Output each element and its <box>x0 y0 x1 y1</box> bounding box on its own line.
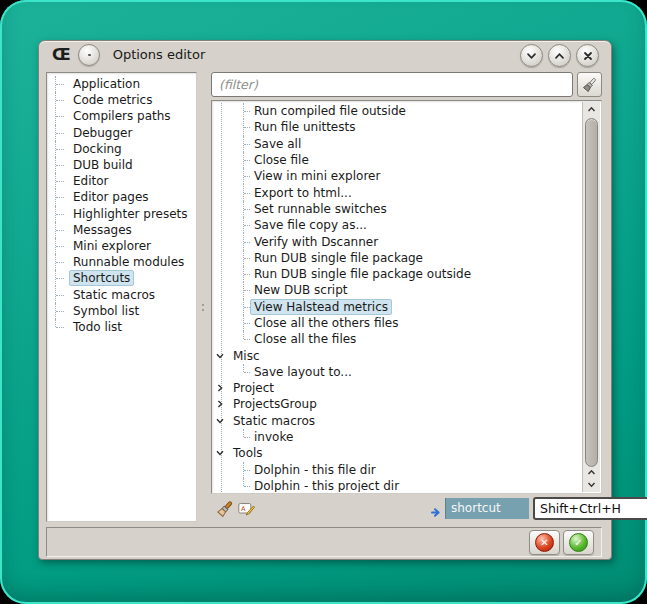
sidebar-item-static-macros[interactable]: Static macros <box>47 286 196 302</box>
scrollbar-thumb[interactable] <box>585 118 598 467</box>
sidebar-item-docking[interactable]: Docking <box>47 141 196 157</box>
tree-item-label: Dolphin - this project dir <box>250 478 403 492</box>
scrollbar-down-button[interactable] <box>583 478 600 491</box>
cancel-icon: ✕ <box>535 533 554 552</box>
sidebar-item-application[interactable]: Application <box>47 76 196 92</box>
tree-item-set-runnable-switches[interactable]: Set runnable switches <box>213 201 583 217</box>
expander[interactable] <box>215 383 225 393</box>
tree-item-save-all[interactable]: Save all <box>213 136 583 152</box>
tree-scrollbar[interactable] <box>582 102 600 492</box>
chevron-right-icon[interactable] <box>215 399 225 409</box>
sidebar-item-label: Shortcuts <box>69 270 134 286</box>
statusbar: ✕ ✓ <box>46 527 602 557</box>
chevron-down-icon[interactable] <box>215 351 225 361</box>
edit-shortcut-button[interactable]: A <box>238 501 255 521</box>
tree-item-label: View in mini explorer <box>250 168 384 184</box>
sidebar-item-shortcuts[interactable]: Shortcuts <box>47 270 196 286</box>
splitter-grip-icon <box>202 304 205 314</box>
minimize-button[interactable] <box>520 44 543 67</box>
shortcut-value: Shift+Ctrl+H <box>540 501 621 516</box>
sidebar-item-mini-explorer[interactable]: Mini explorer <box>47 238 196 254</box>
tree-item-close-file[interactable]: Close file <box>213 152 583 168</box>
sidebar-item-runnable-modules[interactable]: Runnable modules <box>47 254 196 270</box>
chevron-right-icon[interactable] <box>215 383 225 393</box>
sidebar-item-compilers-paths[interactable]: Compilers paths <box>47 108 196 124</box>
splitter[interactable] <box>197 72 211 522</box>
accept-icon: ✓ <box>569 533 588 552</box>
close-button[interactable] <box>576 44 599 67</box>
clear-filter-button[interactable] <box>577 72 602 97</box>
sidebar-item-label: Messages <box>69 222 136 238</box>
chevron-down-icon[interactable] <box>215 416 225 426</box>
chevron-down-icon[interactable] <box>215 448 225 458</box>
tree-item-projectsgroup[interactable]: ProjectsGroup <box>213 396 583 412</box>
sidebar-item-highlighter-presets[interactable]: Highlighter presets <box>47 206 196 222</box>
tree-item-view-in-mini-explorer[interactable]: View in mini explorer <box>213 168 583 184</box>
chevron-down-icon <box>587 481 596 488</box>
sidebar-item-label: Mini explorer <box>69 238 155 254</box>
tree-item-label: Static macros <box>229 413 319 429</box>
tree-item-run-compiled-file-outside[interactable]: Run compiled file outside <box>213 103 583 119</box>
tree-item-new-dub-script[interactable]: New DUB script <box>213 282 583 298</box>
sidebar-item-label: Editor <box>69 173 113 189</box>
tree-item-label: Project <box>229 380 278 396</box>
tree-item-view-halstead-metrics[interactable]: View Halstead metrics <box>213 299 583 315</box>
sidebar-item-symbol-list[interactable]: Symbol list <box>47 303 196 319</box>
tree-item-label: Save file copy as... <box>250 217 371 233</box>
category-sidebar[interactable]: ApplicationCode metricsCompilers pathsDe… <box>46 72 197 522</box>
sidebar-item-label: Code metrics <box>69 92 156 108</box>
cancel-button[interactable]: ✕ <box>529 530 560 555</box>
sidebar-item-editor-pages[interactable]: Editor pages <box>47 189 196 205</box>
expander[interactable] <box>215 448 225 458</box>
tree-item-invoke[interactable]: invoke <box>213 429 583 445</box>
tree-item-verify-with-dscanner[interactable]: Verify with Dscanner <box>213 233 583 249</box>
tree-item-label: View Halstead metrics <box>250 299 392 315</box>
tree-item-dolphin-this-project-dir[interactable]: Dolphin - this project dir <box>213 478 583 492</box>
tree-item-label: Run file unittests <box>250 119 359 135</box>
sidebar-item-label: Symbol list <box>69 303 143 319</box>
sidebar-item-label: Todo list <box>69 319 126 335</box>
chevron-up-icon <box>554 52 565 60</box>
maximize-button[interactable] <box>548 44 571 67</box>
tree-item-label: Run DUB single file package outside <box>250 266 475 282</box>
shortcut-value-combo[interactable]: Shift+Ctrl+H <box>533 497 647 520</box>
tree-item-close-all-the-others-files[interactable]: Close all the others files <box>213 315 583 331</box>
tree-item-label: Verify with Dscanner <box>250 234 382 250</box>
tree-item-misc[interactable]: Misc <box>213 347 583 363</box>
tree-item-save-layout-to[interactable]: Save layout to... <box>213 364 583 380</box>
tree-item-static-macros[interactable]: Static macros <box>213 413 583 429</box>
tree-item-label: Tools <box>229 445 267 461</box>
tree-item-label: New DUB script <box>250 282 352 298</box>
tree-item-close-all-the-files[interactable]: Close all the files <box>213 331 583 347</box>
property-name-cell[interactable]: shortcut <box>445 498 529 519</box>
tree-item-export-to-html[interactable]: Export to html... <box>213 184 583 200</box>
tree-item-run-dub-single-file-package-outside[interactable]: Run DUB single file package outside <box>213 266 583 282</box>
tree-item-dolphin-this-file-dir[interactable]: Dolphin - this file dir <box>213 462 583 478</box>
sidebar-item-messages[interactable]: Messages <box>47 222 196 238</box>
filter-input[interactable] <box>211 72 573 97</box>
tree-item-run-dub-single-file-package[interactable]: Run DUB single file package <box>213 250 583 266</box>
tree-item-label: Dolphin - this file dir <box>250 462 380 478</box>
expander[interactable] <box>215 416 225 426</box>
sidebar-item-debugger[interactable]: Debugger <box>47 125 196 141</box>
tree-item-save-file-copy-as[interactable]: Save file copy as... <box>213 217 583 233</box>
tree-item-project[interactable]: Project <box>213 380 583 396</box>
scrollbar-up-button[interactable] <box>583 103 600 116</box>
titlebar[interactable]: Œ Options editor <box>39 41 611 68</box>
tree-item-label: invoke <box>250 429 297 445</box>
window-menu-button[interactable] <box>78 44 100 66</box>
tree-item-run-file-unittests[interactable]: Run file unittests <box>213 119 583 135</box>
tree-item-label: Run compiled file outside <box>250 103 410 119</box>
chevron-down-icon <box>526 52 537 60</box>
accept-button[interactable]: ✓ <box>563 530 594 555</box>
clear-shortcut-button[interactable] <box>215 499 235 523</box>
sidebar-item-editor[interactable]: Editor <box>47 173 196 189</box>
sidebar-item-code-metrics[interactable]: Code metrics <box>47 92 196 108</box>
expander[interactable] <box>215 351 225 361</box>
tree-item-tools[interactable]: Tools <box>213 445 583 461</box>
expander[interactable] <box>215 399 225 409</box>
shortcut-tree-panel[interactable]: Run compiled file outsideRun file unitte… <box>211 100 602 494</box>
sidebar-item-dub-build[interactable]: DUB build <box>47 157 196 173</box>
sidebar-item-label: Editor pages <box>69 189 153 205</box>
sidebar-item-todo-list[interactable]: Todo list <box>47 319 196 335</box>
